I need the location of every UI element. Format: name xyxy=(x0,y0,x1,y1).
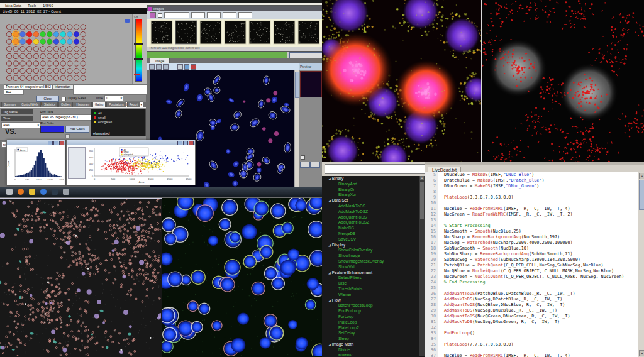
plate-well[interactable] xyxy=(40,39,46,45)
plate-well[interactable] xyxy=(33,39,39,45)
plate-well[interactable] xyxy=(74,31,79,37)
time-select-1[interactable]: 0 xyxy=(104,95,123,101)
tab-outliers[interactable]: Outliers xyxy=(58,102,74,107)
tree-item-makeds[interactable]: MakeDS xyxy=(323,226,419,231)
colorbar-gradient[interactable] xyxy=(135,19,142,82)
tab-summary[interactable]: Summary xyxy=(1,102,18,107)
scatter-close-button[interactable] xyxy=(189,141,194,145)
tree-item-batchprocessloop[interactable]: BatchProcessLoop xyxy=(323,303,419,309)
tree-expander-icon[interactable]: ◢ xyxy=(328,177,331,180)
document-icon[interactable] xyxy=(63,189,69,195)
image-thumbnail[interactable] xyxy=(274,21,295,44)
tree-category-feature-enhancement[interactable]: ◢Feature Enhancement xyxy=(323,270,419,276)
preview-option-checkbox[interactable] xyxy=(301,155,305,160)
tree-item-endforloop[interactable]: EndForLoop xyxy=(323,309,419,314)
display-gates-checkbox[interactable] xyxy=(62,97,66,101)
plate-well[interactable] xyxy=(74,39,79,45)
plate-well[interactable] xyxy=(67,31,72,37)
zoom-tool-icon[interactable] xyxy=(163,64,169,70)
editor-scroll-up-icon[interactable]: ▲ xyxy=(639,173,644,179)
editor-vertical-scrollbar[interactable]: ▲ ▼ xyxy=(638,172,644,357)
tree-item-showimagemaskoverlay[interactable]: ShowImageMaskOverlay xyxy=(323,259,419,265)
orange-app-icon[interactable] xyxy=(18,189,24,195)
plate-well[interactable] xyxy=(40,31,46,37)
image-thumbnail[interactable] xyxy=(200,21,221,44)
tree-item-showcoloroverlay[interactable]: ShowColorOverlay xyxy=(323,248,419,253)
col-select[interactable] xyxy=(207,12,221,18)
colorbar-marker[interactable] xyxy=(134,74,140,75)
plate-well[interactable] xyxy=(33,31,39,37)
channels-icon[interactable] xyxy=(184,64,190,70)
editor-scroll-thumb[interactable] xyxy=(639,180,644,210)
plate-well[interactable] xyxy=(13,39,19,45)
plate-well[interactable] xyxy=(47,31,52,37)
tree-expander-icon[interactable]: ◢ xyxy=(328,271,331,275)
add-gates-button[interactable]: Add Gates xyxy=(65,126,89,133)
overlay-checkbox[interactable] xyxy=(158,13,162,18)
tree-item-wiener[interactable]: Wiener xyxy=(323,292,419,298)
plate-well[interactable] xyxy=(60,31,66,37)
tree-category-display[interactable]: ◢Display xyxy=(323,243,419,248)
app-window-icon[interactable] xyxy=(6,189,13,195)
tree-scroll-up-icon[interactable]: ▲ xyxy=(420,176,424,180)
tree-category-data-set[interactable]: ◢Data Set xyxy=(323,198,419,204)
tree-expander-icon[interactable]: ◢ xyxy=(328,299,331,302)
tab-populations[interactable]: Populations xyxy=(106,102,126,107)
tree-item-addquanttods[interactable]: AddQuantToDS xyxy=(323,215,419,221)
pointer-tool-icon[interactable] xyxy=(149,64,155,70)
menu-item-data[interactable]: Idea Data xyxy=(5,4,21,8)
plate-well[interactable] xyxy=(53,31,59,37)
tab-gating[interactable]: Gating xyxy=(92,102,106,107)
tab-control-wells[interactable]: Control Wells xyxy=(19,102,41,107)
image-thumbnail[interactable] xyxy=(249,21,270,44)
information-textarea[interactable] xyxy=(73,84,147,95)
editor-file-tab[interactable]: LiveDead.txt xyxy=(428,167,461,172)
tree-item-plateloop2[interactable]: PlateLoop2 xyxy=(323,326,419,331)
preview-thumbnail[interactable] xyxy=(300,71,322,97)
scatter-min-button[interactable] xyxy=(177,141,182,145)
images-titlebar[interactable]: Images xyxy=(147,6,322,11)
plate-well[interactable] xyxy=(13,31,19,37)
folder-icon[interactable] xyxy=(29,189,35,195)
channel-select[interactable] xyxy=(164,12,189,18)
plate-well[interactable] xyxy=(26,31,32,37)
plot-data-field[interactable]: Area VS. regAvg(63 - BL) xyxy=(40,114,92,121)
monitor-icon[interactable] xyxy=(52,189,58,195)
tree-category-image-math[interactable]: ◢Image Math xyxy=(323,342,419,348)
tree-item-detectfibers[interactable]: DetectFibers xyxy=(323,275,419,281)
tree-item-binaryxor[interactable]: BinaryXor xyxy=(323,192,419,198)
tree-expander-icon[interactable]: ◢ xyxy=(328,243,331,247)
tree-item-savecsv[interactable]: SaveCSV xyxy=(323,237,419,243)
progress-cancel-button[interactable] xyxy=(289,52,322,58)
thumbnails[interactable] xyxy=(147,19,322,47)
tab-histogram[interactable]: Histogram xyxy=(74,102,92,107)
tree-category-binary[interactable]: ◢Binary xyxy=(323,176,419,182)
image-thumbnail[interactable] xyxy=(151,21,172,44)
colorbar-tick-2[interactable] xyxy=(134,58,143,60)
tree-item-disc[interactable]: Disc xyxy=(323,281,419,287)
function-search-input[interactable] xyxy=(325,164,440,174)
scatter-side-controls[interactable] xyxy=(68,147,86,178)
tree-item-binaryand[interactable]: BinaryAnd xyxy=(323,182,419,187)
tree-item-showimage[interactable]: ShowImage xyxy=(323,253,419,259)
image-thumbnail[interactable] xyxy=(225,21,246,44)
browser-icon[interactable] xyxy=(40,189,47,195)
contrast-icon[interactable] xyxy=(177,64,183,70)
tree-item-addmasktods[interactable]: AddMaskToDS xyxy=(323,204,419,209)
tree-expander-icon[interactable]: ◢ xyxy=(328,343,331,346)
image-vertical-scrollbar[interactable] xyxy=(294,70,299,197)
images-tool-icon[interactable] xyxy=(150,12,156,18)
histogram-close-button[interactable] xyxy=(59,141,64,145)
colorbar-tick-1[interactable] xyxy=(134,43,143,45)
scatter-max-button[interactable] xyxy=(183,141,188,145)
tree-item-setdelay[interactable]: SetDelay xyxy=(323,331,419,336)
plate-well[interactable] xyxy=(47,39,52,45)
tree-scrollbar[interactable]: ▲ xyxy=(419,176,425,356)
tree-item-showvid[interactable]: ShowVid xyxy=(323,265,419,270)
tree-item-forloop[interactable]: ForLoop xyxy=(323,314,419,320)
tree-expander-icon[interactable]: ◢ xyxy=(328,199,331,202)
time-box[interactable]: Time xyxy=(1,116,33,121)
close-summary-button[interactable]: Close Summary xyxy=(36,96,59,102)
code-text-area[interactable]: 5DNucBlue = MakeDS(IMSF,"DNuc_Blue")6DPa… xyxy=(425,172,638,357)
tree-category-flow[interactable]: ◢Flow xyxy=(323,298,419,304)
